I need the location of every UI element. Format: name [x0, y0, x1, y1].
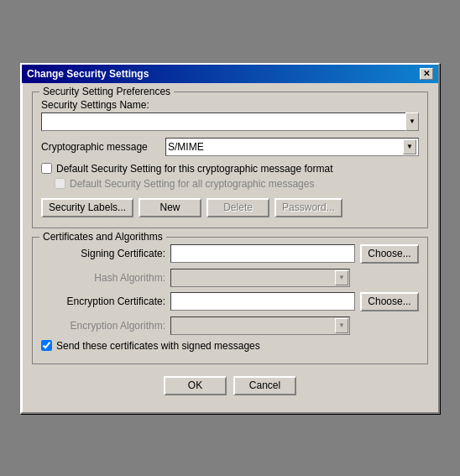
cancel-button[interactable]: Cancel — [233, 376, 296, 395]
security-preferences-group: Security Setting Preferences Security Se… — [32, 92, 428, 228]
dialog-title: Change Security Settings — [27, 68, 149, 80]
encryption-cert-input[interactable] — [170, 292, 355, 311]
default-check2-row: Default Security Setting for all cryptog… — [41, 178, 419, 190]
security-name-dropdown-arrow[interactable]: ▼ — [405, 112, 419, 131]
dialog-footer: OK Cancel — [32, 371, 428, 404]
hash-algo-dropdown-arrow: ▼ — [335, 270, 348, 285]
dialog-content: Security Setting Preferences Security Se… — [22, 83, 438, 412]
encryption-algo-dropdown-arrow: ▼ — [335, 318, 348, 333]
security-name-input-container: ▼ — [41, 112, 419, 131]
default-check1-label: Default Security Setting for this crypto… — [56, 163, 332, 175]
encryption-cert-label: Encryption Certificate: — [41, 296, 165, 307]
crypto-dropdown[interactable]: S/MIME ▼ — [165, 138, 419, 156]
security-name-row: Security Settings Name: ▼ — [41, 99, 419, 131]
default-check1-row: Default Security Setting for this crypto… — [41, 163, 419, 175]
signing-cert-input[interactable] — [170, 244, 355, 263]
certs-group-label: Certificates and Algorithms — [39, 231, 166, 243]
signing-cert-row: Signing Certificate: Choose... — [41, 244, 419, 264]
hash-algo-dropdown[interactable]: ▼ — [170, 269, 350, 287]
new-button-label: New — [160, 201, 180, 213]
signing-choose-button[interactable]: Choose... — [360, 244, 419, 264]
change-security-dialog: Change Security Settings ✕ Security Sett… — [20, 63, 440, 414]
security-name-label: Security Settings Name: — [41, 99, 419, 111]
send-certs-row: Send these certificates with signed mess… — [41, 340, 419, 352]
new-button[interactable]: New — [139, 198, 201, 217]
signing-cert-label: Signing Certificate: — [41, 248, 165, 259]
close-button[interactable]: ✕ — [420, 68, 433, 80]
send-certs-label: Send these certificates with signed mess… — [56, 340, 260, 352]
default-check2-label: Default Security Setting for all cryptog… — [70, 178, 314, 190]
encryption-algo-row: Encryption Algorithm: ▼ — [41, 316, 419, 335]
encryption-cert-row: Encryption Certificate: Choose... — [41, 292, 419, 311]
password-button[interactable]: Password... — [274, 198, 342, 217]
crypto-label: Cryptographic message — [41, 141, 165, 153]
hash-algo-row: Hash Algorithm: ▼ — [41, 269, 419, 287]
security-buttons-row: Security Labels... New Delete Password..… — [41, 198, 419, 217]
ok-button[interactable]: OK — [164, 376, 227, 395]
security-labels-button[interactable]: Security Labels... — [41, 198, 133, 217]
crypto-row: Cryptographic message S/MIME ▼ — [41, 138, 419, 156]
hash-algo-label: Hash Algorithm: — [41, 272, 165, 284]
send-certs-label-text: Send these certificates with signed mess… — [56, 340, 260, 352]
certs-group: Certificates and Algorithms Signing Cert… — [32, 237, 428, 364]
security-name-input[interactable] — [41, 112, 406, 131]
delete-button[interactable]: Delete — [206, 198, 269, 217]
default-check1-checkbox[interactable] — [41, 163, 52, 174]
send-certs-checkbox[interactable] — [41, 340, 52, 351]
crypto-dropdown-arrow: ▼ — [403, 139, 416, 154]
encryption-algo-dropdown[interactable]: ▼ — [170, 316, 350, 335]
encryption-algo-label: Encryption Algorithm: — [41, 320, 165, 332]
encryption-choose-button[interactable]: Choose... — [360, 292, 419, 311]
security-preferences-label: Security Setting Preferences — [39, 86, 174, 97]
default-check2-checkbox[interactable] — [55, 178, 65, 189]
crypto-value: S/MIME — [168, 141, 204, 153]
title-bar: Change Security Settings ✕ — [22, 65, 438, 83]
